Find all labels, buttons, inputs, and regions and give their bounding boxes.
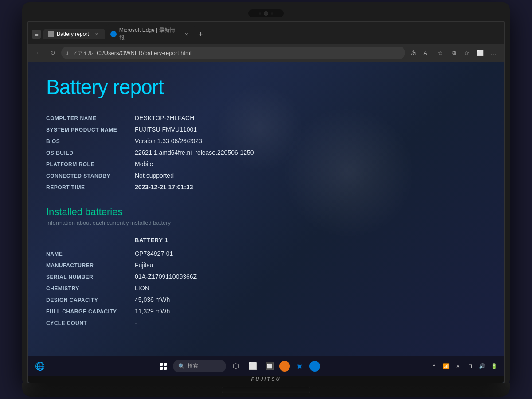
installed-batteries-title: Installed batteries: [46, 206, 486, 218]
edge-taskbar-icon[interactable]: 🌐: [33, 359, 47, 373]
windows-logo: [160, 363, 167, 370]
browser-sidebar-button[interactable]: ☰: [32, 30, 41, 39]
battery-design-capacity-row: DESIGN CAPACITY 45,036 mWh: [46, 294, 486, 305]
tray-ime[interactable]: A: [453, 361, 463, 372]
page-content: Battery report COMPUTER NAME DESKTOP-2HL…: [28, 62, 504, 356]
connected-standby-row: CONNECTED STANDBY Not supported: [46, 170, 486, 181]
file-label: ファイル: [72, 49, 93, 57]
inactive-tab-close[interactable]: ✕: [184, 31, 189, 37]
report-time-label: REPORT TIME: [46, 184, 135, 191]
bios-value: Version 1.33 06/26/2023: [135, 137, 202, 145]
taskbar-widget3[interactable]: 🔲: [262, 359, 277, 373]
battery-full-charge-value: 11,329 mWh: [135, 308, 170, 315]
battery-name-label: NAME: [46, 251, 135, 257]
battery-manufacturer-label: MANUFACTURER: [46, 262, 135, 269]
back-button[interactable]: ←: [33, 47, 44, 59]
new-tab-button[interactable]: +: [196, 29, 206, 39]
connected-standby-label: CONNECTED STANDBY: [46, 173, 135, 179]
taskbar-search-text: 検索: [188, 362, 198, 370]
report-time-value: 2023-12-21 17:01:33: [135, 184, 193, 191]
tab-edge-favicon: [110, 31, 117, 37]
favorites-icon[interactable]: ☆: [434, 47, 446, 59]
computer-name-row: COMPUTER NAME DESKTOP-2HLFACH: [46, 112, 486, 124]
taskbar-edge-icon[interactable]: ◉: [293, 359, 307, 373]
taskbar-search[interactable]: 🔍 検索: [173, 360, 226, 372]
os-build-row: OS BUILD 22621.1.amd64fre.ni_release.220…: [46, 147, 486, 158]
installed-batteries-subtitle: Information about each currently install…: [46, 219, 486, 226]
address-bar[interactable]: ℹ ファイル C:/Users/OWNER/battery-report.htm…: [61, 47, 405, 59]
settings-icon[interactable]: …: [488, 47, 499, 59]
computer-name-label: COMPUTER NAME: [46, 115, 135, 121]
active-tab[interactable]: Battery report ✕: [43, 29, 105, 39]
battery-cycle-count-label: CYCLE COUNT: [46, 320, 135, 326]
battery-cycle-count-value: -: [135, 319, 137, 326]
report-time-row: REPORT TIME 2023-12-21 17:01:33: [46, 181, 486, 193]
tab-bar: ☰ Battery report ✕ Microsoft Edge | 最新情報…: [28, 22, 504, 44]
laptop-outer: ☰ Battery report ✕ Microsoft Edge | 最新情報…: [22, 2, 510, 383]
secure-icon: ℹ: [66, 50, 68, 56]
inactive-tab[interactable]: Microsoft Edge | 最新情報... ✕: [106, 24, 195, 44]
platform-role-row: PLATFORM ROLE Mobile: [46, 158, 486, 170]
camera-lens: [264, 11, 268, 16]
battery-column-header: BATTERY 1: [135, 237, 168, 243]
active-tab-label: Battery report: [57, 31, 89, 37]
platform-role-label: PLATFORM ROLE: [46, 161, 135, 168]
tab-favicon: [48, 31, 54, 37]
battery-serial-label: SERIAL NUMBER: [46, 274, 135, 280]
collections-icon[interactable]: ☆: [461, 47, 473, 59]
battery-serial-row: SERIAL NUMBER 01A-Z170911009366Z: [46, 271, 486, 282]
tray-battery[interactable]: 🔋: [489, 361, 499, 372]
refresh-button[interactable]: ↻: [47, 47, 59, 59]
screen: ☰ Battery report ✕ Microsoft Edge | 最新情報…: [27, 21, 505, 383]
battery-name-row: NAME CP734927-01: [46, 248, 486, 259]
browser-chrome: ☰ Battery report ✕ Microsoft Edge | 最新情報…: [28, 22, 504, 62]
battery-serial-value: 01A-Z170911009366Z: [135, 273, 197, 280]
camera-module: [248, 9, 284, 17]
battery-design-capacity-value: 45,036 mWh: [135, 296, 170, 303]
taskbar-widget2[interactable]: ⬜: [246, 359, 260, 373]
taskbar-search-icon: 🔍: [178, 363, 185, 369]
battery-full-charge-row: FULL CHARGE CAPACITY 11,329 mWh: [46, 305, 486, 317]
system-info-table: COMPUTER NAME DESKTOP-2HLFACH SYSTEM PRO…: [46, 112, 486, 193]
bottom-bar: FUJITSU: [28, 376, 504, 383]
page-title: Battery report: [46, 75, 486, 99]
taskbar-center: 🔍 検索 ⬡ ⬜ 🔲 ◉: [49, 359, 427, 373]
read-aloud-icon[interactable]: あ: [408, 47, 419, 59]
bios-label: BIOS: [46, 138, 135, 145]
taskbar-widget4[interactable]: [279, 361, 290, 372]
tray-volume[interactable]: 🔊: [477, 361, 487, 372]
bios-row: BIOS Version 1.33 06/26/2023: [46, 135, 486, 147]
extensions-icon[interactable]: ⬜: [474, 47, 486, 59]
split-screen-icon[interactable]: ⧉: [448, 47, 459, 59]
os-build-value: 22621.1.amd64fre.ni_release.220506-1250: [135, 149, 254, 156]
tray-network[interactable]: 📶: [441, 361, 451, 372]
taskbar-widget5[interactable]: [309, 361, 320, 372]
inactive-tab-label: Microsoft Edge | 最新情報...: [119, 27, 179, 42]
tab-close-button[interactable]: ✕: [94, 31, 100, 37]
battery-cycle-count-row: CYCLE COUNT -: [46, 317, 486, 329]
platform-role-value: Mobile: [135, 160, 153, 168]
system-product-label: SYSTEM PRODUCT NAME: [46, 127, 135, 133]
toolbar-icons: あ A⁺ ☆ ⧉ ☆ ⬜ …: [408, 47, 499, 59]
computer-name-value: DESKTOP-2HLFACH: [135, 114, 194, 121]
tray-wifi[interactable]: ⊓: [465, 361, 475, 372]
battery-manufacturer-row: MANUFACTURER Fujitsu: [46, 259, 486, 271]
font-size-icon[interactable]: A⁺: [421, 47, 433, 59]
camera-dot: [259, 12, 261, 15]
os-build-label: OS BUILD: [46, 150, 135, 156]
tray-chevron[interactable]: ^: [429, 361, 439, 372]
battery-chemistry-row: CHEMISTRY LION: [46, 282, 486, 294]
battery-header-row: BATTERY 1: [46, 235, 486, 245]
battery-design-capacity-label: DESIGN CAPACITY: [46, 297, 135, 303]
battery-chemistry-label: CHEMISTRY: [46, 286, 135, 292]
taskbar: 🌐 🔍 検索 ⬡ ⬜ 🔲: [28, 356, 504, 376]
trackpad[interactable]: [222, 387, 310, 393]
battery-full-charge-label: FULL CHARGE CAPACITY: [46, 309, 135, 315]
windows-start-button[interactable]: [156, 359, 170, 373]
taskbar-widget1[interactable]: ⬡: [229, 359, 243, 373]
battery-manufacturer-value: Fujitsu: [135, 262, 153, 269]
address-url: C:/Users/OWNER/battery-report.html: [97, 50, 400, 56]
camera-bar: [27, 8, 505, 21]
connected-standby-value: Not supported: [135, 172, 174, 179]
battery-table: BATTERY 1 NAME CP734927-01 MANUFACTURER …: [46, 235, 486, 329]
